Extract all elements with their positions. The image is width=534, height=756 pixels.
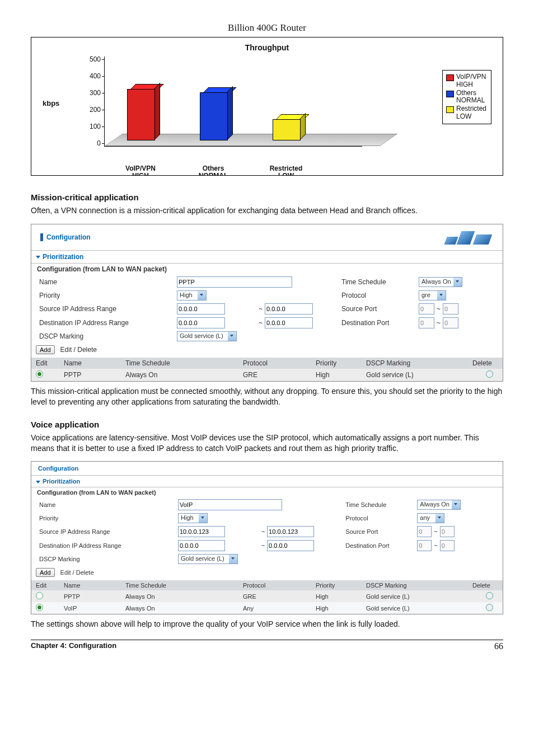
chevron-down-icon: [452, 500, 461, 510]
section-config-lan-wan: Configuration (from LAN to WAN packet): [31, 264, 503, 275]
decorative-icon: [434, 230, 496, 245]
legend-item: RestrictedLOW: [446, 105, 486, 121]
row-dscp: Gold service (L): [366, 593, 472, 600]
delete-button[interactable]: [486, 592, 493, 599]
label-dest-port: Destination Port: [342, 541, 415, 550]
panel-title-configuration: Configuration: [38, 465, 78, 472]
dest-ip-b-input[interactable]: [267, 540, 314, 551]
protocol-select[interactable]: any: [417, 513, 444, 523]
label-source-ip-range: Source IP Address Range: [36, 527, 176, 536]
chevron-down-icon: [229, 554, 238, 564]
document-title: Billion 400G Router: [31, 22, 503, 34]
chevron-down-icon: [36, 481, 40, 483]
time-schedule-select[interactable]: Always On: [419, 277, 462, 287]
edit-delete-label: Edit / Delete: [60, 346, 97, 354]
dest-port-b-input[interactable]: [440, 540, 455, 551]
priority-select[interactable]: High: [178, 513, 208, 523]
dest-ip-a-input[interactable]: [178, 540, 225, 551]
label-dest-ip-range: Destination IP Address Range: [36, 541, 176, 550]
label-priority: Priority: [36, 290, 175, 300]
section-heading-mission-critical: Mission-critical application: [31, 192, 503, 202]
source-port-b-input[interactable]: [440, 526, 455, 537]
y-tick: 300: [90, 89, 101, 97]
chevron-down-icon: [228, 331, 237, 341]
row-protocol: GRE: [243, 371, 316, 379]
row-name: PPTP: [64, 593, 125, 600]
y-tick: 100: [90, 123, 101, 130]
add-button[interactable]: Add: [36, 568, 55, 577]
dest-port-a-input[interactable]: [419, 317, 434, 328]
delete-button[interactable]: [486, 604, 493, 611]
label-time-schedule: Time Schedule: [342, 500, 415, 509]
label-dest-port: Destination Port: [338, 318, 416, 328]
priority-select[interactable]: High: [177, 290, 207, 300]
source-ip-a-input[interactable]: [177, 303, 225, 314]
edit-radio[interactable]: [36, 604, 43, 611]
row-priority: High: [316, 593, 366, 600]
dest-ip-b-input[interactable]: [265, 317, 313, 328]
label-name: Name: [36, 500, 176, 509]
label-priority: Priority: [36, 514, 176, 523]
section-heading-voice-application: Voice application: [31, 420, 503, 429]
chevron-down-icon: [199, 513, 208, 523]
dscp-select[interactable]: Gold service (L): [178, 554, 238, 564]
y-tick: 400: [90, 72, 101, 80]
legend-item: OthersNORMAL: [446, 90, 486, 105]
label-source-port: Source Port: [342, 527, 415, 536]
tilde: ~: [434, 542, 437, 549]
panel-title-configuration: Configuration: [40, 233, 91, 241]
label-dscp-marking: DSCP Marking: [36, 555, 176, 564]
edit-radio[interactable]: [36, 370, 43, 378]
dest-ip-a-input[interactable]: [177, 317, 225, 328]
paragraph: Voice applications are latency-sensitive…: [31, 433, 503, 454]
footer-chapter: Chapter 4: Configuration: [31, 641, 116, 651]
paragraph: Often, a VPN connection is a mission-cri…: [31, 205, 503, 216]
source-ip-b-input[interactable]: [265, 303, 313, 314]
section-config-lan-wan: Configuration (from LAN to WAN packet): [31, 487, 503, 497]
tilde: ~: [261, 542, 265, 549]
y-axis-label: kbps: [43, 99, 59, 107]
name-input[interactable]: [177, 276, 292, 288]
label-source-ip-range: Source IP Address Range: [36, 304, 175, 314]
config-panel-voip: Configuration Prioritization Configurati…: [31, 461, 503, 614]
throughput-chart: Throughput kbps 0100200300400500 VoIP/VP…: [31, 37, 503, 176]
edit-radio[interactable]: [36, 592, 43, 599]
source-port-a-input[interactable]: [419, 303, 434, 314]
source-ip-b-input[interactable]: [267, 526, 314, 537]
x-tick-label: OthersNORMAL: [180, 165, 247, 176]
page-number: 66: [494, 641, 503, 651]
paragraph: The settings shown above will help to im…: [31, 619, 503, 630]
source-ip-a-input[interactable]: [178, 526, 225, 537]
rules-table-header: Edit Name Time Schedule Protocol Priorit…: [31, 358, 503, 369]
source-port-a-input[interactable]: [417, 526, 432, 537]
paragraph: This mission-critical application must b…: [31, 386, 503, 407]
label-dest-ip-range: Destination IP Address Range: [36, 318, 175, 328]
chevron-down-icon: [36, 256, 40, 259]
row-dscp: Gold service (L): [366, 371, 472, 379]
add-button[interactable]: Add: [36, 345, 55, 354]
section-prioritization[interactable]: Prioritization: [31, 475, 503, 487]
chevron-down-icon: [198, 290, 207, 300]
label-source-port: Source Port: [338, 304, 416, 314]
tilde: ~: [259, 305, 263, 313]
chevron-down-icon: [453, 277, 462, 287]
row-schedule: Always On: [125, 593, 243, 600]
label-dscp-marking: DSCP Marking: [36, 331, 175, 341]
row-priority: High: [316, 371, 366, 379]
dest-port-a-input[interactable]: [417, 540, 432, 551]
section-prioritization[interactable]: Prioritization: [31, 250, 503, 264]
label-protocol: Protocol: [342, 514, 415, 523]
row-priority: High: [316, 605, 366, 612]
source-port-b-input[interactable]: [443, 303, 458, 314]
name-input[interactable]: [178, 499, 282, 510]
delete-button[interactable]: [486, 370, 493, 378]
row-name: VoIP: [64, 605, 125, 612]
config-panel-pptp: Configuration Prioritization Configurati…: [31, 224, 503, 382]
dest-port-b-input[interactable]: [443, 317, 458, 328]
protocol-select[interactable]: gre: [419, 290, 446, 300]
dscp-select[interactable]: Gold service (L): [177, 331, 237, 341]
legend-item: VoIP/VPNHIGH: [446, 73, 486, 89]
table-row: PPTPAlways OnGREHighGold service (L): [31, 590, 503, 602]
time-schedule-select[interactable]: Always On: [417, 500, 461, 510]
tilde: ~: [434, 528, 437, 535]
